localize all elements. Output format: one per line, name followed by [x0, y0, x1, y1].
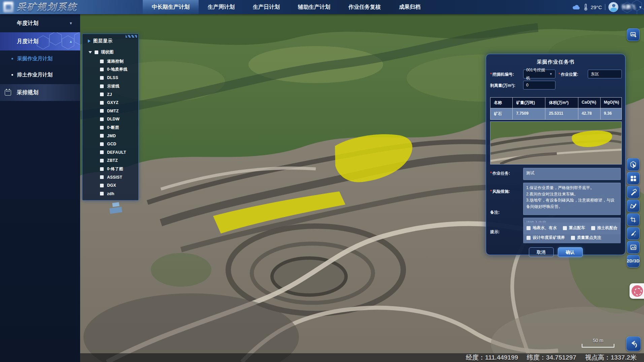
sidebar-item-monthly-plan[interactable]: 月度计划 ▲ [0, 32, 80, 50]
select-chevron-down-icon: ▼ [549, 70, 552, 78]
tab-archive[interactable]: 成果归档 [390, 0, 430, 14]
sidebar-item-dumping-monthly[interactable]: 排土作业月计划 [0, 67, 80, 83]
layer-checkbox[interactable] [100, 60, 104, 63]
excavator-label: *挖掘机编号: [490, 72, 514, 77]
layer-list: 道路控制 0-地质界线 DLSS 示坡线 ZJ GXYZ DMTZ DLDW 0… [82, 57, 138, 198]
layer-checkbox[interactable] [100, 93, 104, 96]
thumbnail-terrain-graphic [490, 122, 621, 164]
layer-checkbox[interactable] [100, 175, 104, 179]
tip-surface-water[interactable]: 地表水、有水 [527, 225, 557, 231]
layer-checkbox[interactable] [100, 159, 104, 162]
triangle-right-icon [88, 39, 91, 43]
layer-item[interactable]: DLDW [82, 115, 138, 123]
layer-item[interactable]: 道路控制 [82, 57, 138, 66]
layer-item[interactable]: ZBTZ [82, 156, 138, 165]
table-row[interactable]: 矿石 7.7509 25.5311 42.78 9.36 [490, 108, 621, 119]
layer-item[interactable]: GXYZ [82, 99, 138, 107]
crop-tool-button[interactable] [627, 213, 640, 226]
layer-item[interactable]: DMTZ [82, 107, 138, 115]
compass-widget[interactable] [630, 283, 644, 299]
tree-expand-icon[interactable] [89, 51, 92, 53]
col-header: 体积(万m³) [545, 98, 578, 108]
layer-item[interactable]: zdh [82, 190, 138, 198]
required-asterisk: * [490, 171, 492, 176]
layer-checkbox[interactable] [100, 109, 104, 113]
select-3d-tool-button[interactable] [627, 158, 640, 171]
layer-root-checkbox[interactable] [95, 50, 98, 54]
col-header: 矿量(万吨) [513, 98, 545, 108]
tip-annual-boundary[interactable]: 设计年度采矿境界 [527, 235, 565, 241]
layer-item[interactable]: DEFAULT [82, 148, 138, 157]
location-input[interactable]: 东区 [588, 70, 622, 78]
tip-checkbox[interactable] [527, 226, 531, 230]
layer-checkbox[interactable] [100, 117, 104, 121]
excavator-selected-value: 001号挖掘机 [526, 66, 548, 82]
hexagon-cursor-icon [630, 161, 637, 168]
sidebar-item-annual-plan[interactable]: 年度计划 ▼ [0, 14, 80, 32]
layer-item[interactable]: 示坡线 [82, 82, 138, 90]
cell-ore-amount: 7.7509 [513, 108, 545, 119]
map-3d-viewport[interactable]: 图层显示 现状图 道路控制 0-地质界线 DLSS 示坡线 ZJ GXYZ DM… [80, 14, 644, 362]
tab-daily-plan[interactable]: 生产日计划 [244, 0, 289, 14]
layer-item[interactable]: 0-地质界线 [82, 66, 138, 74]
confirm-button[interactable]: 确认 [558, 247, 583, 257]
imagery-tool-button[interactable] [627, 241, 640, 254]
tip-checkbox[interactable] [563, 226, 567, 230]
layer-tree-root[interactable]: 现状图 [82, 47, 138, 57]
layer-item[interactable]: DGX [82, 181, 138, 190]
tip-checkbox[interactable] [571, 236, 575, 240]
layer-item[interactable]: GCD [82, 140, 138, 148]
calendar-icon [5, 90, 11, 96]
user-menu-chevron-down-icon[interactable]: ▼ [639, 5, 642, 9]
layer-checkbox[interactable] [100, 76, 104, 80]
tip-key-truck[interactable]: 重点配车 [563, 225, 585, 231]
layer-checkbox[interactable] [100, 134, 104, 138]
tip-checkbox[interactable] [527, 236, 531, 240]
tab-midlongterm-plan[interactable]: 中长期生产计划 [143, 0, 199, 14]
draw-tool-button[interactable] [627, 186, 640, 198]
layer-item[interactable]: ASSIST [82, 173, 138, 181]
layer-item[interactable]: 0-终了图 [82, 165, 138, 173]
sidebar-item-excavation-monthly[interactable]: 采掘作业月计划 [0, 50, 80, 67]
strip-volume-input[interactable]: 0 [523, 81, 555, 89]
layer-item[interactable]: 0-断层 [82, 123, 138, 132]
crop-icon [630, 216, 637, 223]
sidebar: 年度计划 ▼ 月度计划 ▲ 采掘作业月计划 排土作业月计划 [0, 14, 80, 362]
cancel-button[interactable]: 取消 [529, 247, 554, 257]
tab-task-review[interactable]: 作业任务复核 [339, 0, 390, 14]
user-avatar[interactable] [608, 2, 618, 12]
layer-checkbox[interactable] [100, 101, 104, 105]
risk-textarea[interactable]: 1.保证作业质量，严格做到帮齐底平。 2.夜间作业时注意往来车辆。 3.场地窄，… [523, 183, 621, 215]
clear-tool-button[interactable] [627, 227, 640, 240]
layer-checkbox[interactable] [100, 68, 104, 71]
sidebar-item-mining-dumping-planning[interactable]: 采排规划 [0, 84, 80, 101]
layer-item[interactable]: ZJ [82, 90, 138, 99]
layer-item[interactable]: JMD [82, 132, 138, 140]
layer-checkbox[interactable] [100, 167, 104, 171]
polygon-edit-tool-button[interactable] [627, 200, 640, 212]
task-textarea[interactable]: 测试 [523, 168, 621, 180]
layer-checkbox[interactable] [100, 142, 104, 146]
excavation-task-form-panel: 采掘作业任务书 *挖掘机编号: 001号挖掘机 ▼ *作业位置: 东区 剥离量(… [486, 54, 625, 255]
snapshot-export-button[interactable] [627, 28, 640, 41]
layer-checkbox[interactable] [100, 192, 104, 195]
back-button[interactable] [626, 336, 641, 351]
layer-checkbox[interactable] [100, 126, 104, 130]
tip-quality-focus[interactable]: 质量重点关注 [571, 235, 601, 241]
tip-checkbox[interactable] [591, 226, 595, 230]
tip-bulldozer[interactable]: 推土机配合 [591, 225, 617, 231]
blocks-tool-button[interactable] [627, 172, 640, 185]
layer-checkbox[interactable] [100, 150, 104, 154]
ore-table: 名称 矿量(万吨) 体积(万m³) CaO(%) MgO(%) 矿石 7.750… [490, 97, 622, 120]
layer-checkbox[interactable] [100, 184, 104, 187]
excavator-select[interactable]: 001号挖掘机 ▼ [523, 70, 555, 78]
layer-item[interactable]: DLSS [82, 74, 138, 82]
user-name[interactable]: 张鹏飞 [621, 4, 636, 10]
tab-weekly-plan[interactable]: 生产周计划 [199, 0, 244, 14]
layer-panel: 图层显示 现状图 道路控制 0-地质界线 DLSS 示坡线 ZJ GXYZ DM… [82, 34, 139, 201]
required-asterisk: * [490, 72, 492, 77]
layer-checkbox[interactable] [100, 84, 104, 88]
toggle-2d3d-button[interactable]: 2D/3D [627, 255, 640, 267]
bullet-dot [11, 58, 13, 60]
tab-auxiliary-plan[interactable]: 辅助生产计划 [289, 0, 339, 14]
